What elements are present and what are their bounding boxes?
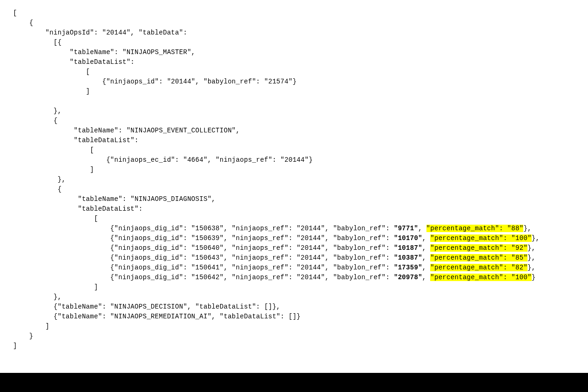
json-document: [ { "ninjaOpsId": "20144", "tableData": … — [0, 0, 588, 373]
